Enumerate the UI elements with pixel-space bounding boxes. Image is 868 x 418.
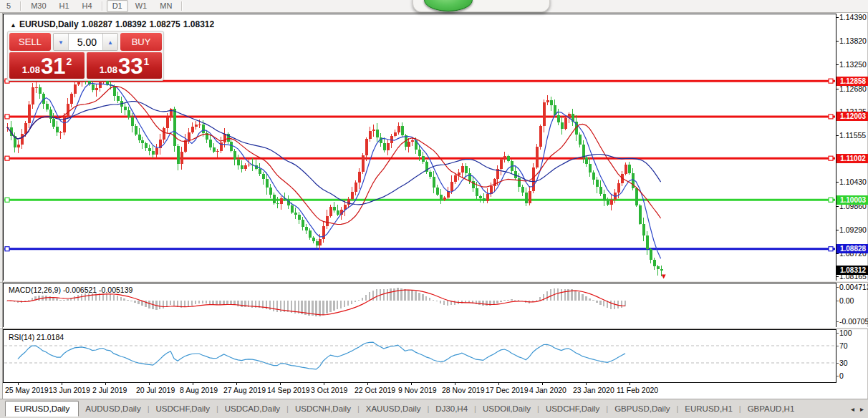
chart-tab-gbpaud-h1[interactable]: GBPAUD,H1 (741, 402, 801, 416)
candle (436, 185, 439, 196)
candle (184, 134, 187, 153)
line-handle-right[interactable] (829, 115, 833, 119)
candle-body (347, 199, 350, 205)
candle (276, 197, 279, 208)
chart-tab-usdoil-daily[interactable]: USDOil,Daily (476, 402, 537, 416)
sell-price-box[interactable]: 1.08 31 2 (9, 52, 85, 79)
candle (117, 92, 120, 103)
candle (490, 183, 493, 197)
candle-body (184, 140, 187, 152)
candle-body (148, 148, 151, 151)
macd-bar (56, 298, 57, 301)
pane-splitter[interactable] (0, 327, 868, 329)
date-axis-label: 11 Feb 2020 (617, 386, 658, 394)
candle (625, 162, 627, 175)
candle (145, 142, 148, 151)
macd-bar (188, 301, 189, 306)
chart-tab-dj30-h4[interactable]: DJ30,H4 (429, 402, 474, 416)
chart-tab-usdchf-daily[interactable]: USDCHF,Daily (150, 402, 216, 416)
candle-body (294, 213, 297, 215)
line-handle-left[interactable] (5, 115, 9, 119)
tab-scroll-right-icon[interactable]: ▸ (860, 405, 864, 413)
rsi-axis-tick (836, 363, 839, 364)
date-axis-tick (105, 383, 106, 385)
candle (646, 231, 649, 254)
candle-body (657, 266, 660, 269)
candle-body (582, 145, 585, 157)
line-handle-right[interactable] (829, 247, 833, 251)
sell-price-point: 2 (67, 56, 72, 67)
volume-decrease-button[interactable]: ▼ (54, 34, 69, 50)
line-handle-right[interactable] (829, 198, 833, 202)
macd-value: -0.006521 (63, 286, 97, 294)
macd-bar (206, 301, 207, 303)
collapse-icon[interactable]: ▲ (10, 21, 16, 29)
chart-tab-xauusd-daily[interactable]: XAUUSD,Daily (360, 402, 428, 416)
candle-body (99, 81, 102, 88)
macd-bar (546, 291, 548, 301)
candle (557, 109, 560, 125)
candle (305, 224, 308, 234)
candle-body (408, 142, 410, 147)
candle-body (358, 172, 361, 183)
candle-body (476, 188, 478, 197)
chart-tab-usdchf-daily[interactable]: USDCHF,Daily (539, 402, 606, 416)
candle (607, 198, 609, 206)
macd-bar (425, 296, 427, 301)
line-handle-right[interactable] (829, 156, 833, 160)
volume-stepper: ▼ 5.00 ▲ (53, 33, 118, 51)
macd-bar (393, 288, 395, 301)
candle-body (241, 165, 243, 169)
timeframe-button-5[interactable]: 5 (1, 0, 16, 12)
candle (650, 248, 652, 263)
chart-tab-eurusd-daily[interactable]: EURUSD,Daily (5, 401, 79, 417)
sell-arrow-icon (662, 275, 666, 279)
timeframe-button-m30[interactable]: M30 (25, 0, 52, 12)
candle-body (177, 146, 180, 165)
date-axis-tick (498, 383, 499, 385)
macd-bar (404, 289, 405, 301)
volume-increase-button[interactable]: ▲ (102, 34, 117, 50)
symbol-label: EURUSD,Daily (19, 19, 79, 29)
chart-tab-gbpusd-daily[interactable]: GBPUSD,Daily (608, 402, 676, 416)
macd-bar (230, 301, 231, 304)
candle-body (639, 205, 642, 224)
macd-bar (184, 301, 185, 307)
line-handle-left[interactable] (5, 198, 9, 202)
timeframe-button-d1[interactable]: D1 (107, 0, 128, 12)
toolbar-separator (102, 1, 103, 11)
candle (401, 122, 404, 138)
chart-tab-audusd-daily[interactable]: AUDUSD,Daily (79, 402, 147, 416)
timeframe-button-w1[interactable]: W1 (130, 0, 153, 12)
timeframe-button-mn[interactable]: MN (154, 0, 178, 12)
buy-price-box[interactable]: 1.08 33 1 (87, 52, 162, 79)
macd-bar (134, 301, 135, 303)
candle-body (74, 84, 77, 94)
line-handle-left[interactable] (5, 247, 9, 251)
chart-tab-usdcad-daily[interactable]: USDCAD,Daily (218, 402, 286, 416)
candle (408, 138, 410, 153)
timeframe-button-h4[interactable]: H4 (77, 0, 98, 12)
date-axis-tick (280, 383, 281, 385)
candle-body (468, 173, 471, 181)
buy-button[interactable]: BUY (120, 33, 162, 51)
candle (422, 152, 425, 165)
tab-scroll-left-icon[interactable]: ◂ (851, 405, 854, 413)
macd-bar (88, 293, 90, 301)
timeframe-button-h1[interactable]: H1 (54, 0, 75, 12)
candle (411, 137, 414, 146)
chart-tab-eurusd-h1[interactable]: EURUSD,H1 (678, 402, 738, 416)
sell-button[interactable]: SELL (9, 33, 51, 51)
volume-input[interactable]: 5.00 (69, 34, 102, 50)
pane-splitter[interactable] (0, 281, 868, 283)
candle (329, 205, 332, 218)
candle (155, 144, 158, 158)
chart-tab-usdcnh-daily[interactable]: USDCNH,Daily (289, 402, 357, 416)
line-handle-left[interactable] (5, 156, 9, 160)
date-axis-tick (586, 383, 587, 385)
candle-body (617, 183, 620, 193)
macd-bar (170, 301, 171, 305)
open-value: 1.08287 (82, 19, 112, 29)
candle (14, 132, 16, 152)
line-handle-right[interactable] (829, 79, 833, 83)
